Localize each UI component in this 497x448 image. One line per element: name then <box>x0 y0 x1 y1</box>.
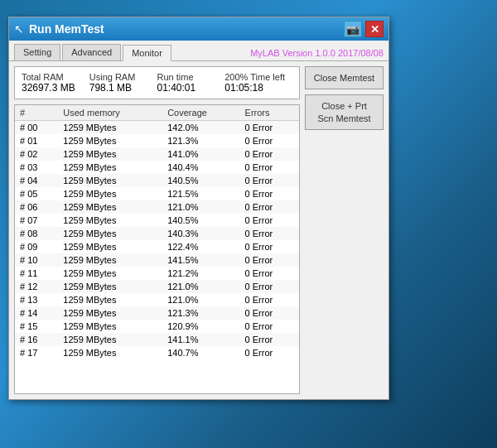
stat-time-left: 200% Time left <box>224 72 292 82</box>
cell-id: # 11 <box>15 267 58 280</box>
cell-id: # 03 <box>15 161 58 174</box>
title-controls: 📷 ✕ <box>344 21 384 37</box>
cell-id: # 05 <box>15 187 58 200</box>
table-row: # 16 1259 MBytes 141.1% 0 Error <box>15 333 299 346</box>
tab-monitor[interactable]: Monitor <box>123 45 171 61</box>
cell-errors: 0 Error <box>240 253 299 267</box>
cell-memory: 1259 MBytes <box>58 227 162 240</box>
tab-setting[interactable]: Setting <box>14 44 60 60</box>
cell-coverage: 122.4% <box>162 240 239 253</box>
cell-coverage: 121.5% <box>162 187 239 200</box>
cell-memory: 1259 MBytes <box>58 333 162 346</box>
cell-errors: 0 Error <box>240 121 299 135</box>
version-text: MyLAB Version 1.0.0 2017/08/08 <box>250 48 384 60</box>
cell-errors: 0 Error <box>240 214 299 227</box>
cell-errors: 0 Error <box>240 280 299 293</box>
cell-id: # 08 <box>15 227 58 240</box>
cell-coverage: 121.3% <box>162 134 239 147</box>
cell-id: # 10 <box>15 253 58 267</box>
stat-using-ram: Using RAM <box>89 72 157 82</box>
col-header-coverage: Coverage <box>162 105 239 121</box>
cell-id: # 00 <box>15 121 58 135</box>
total-ram-value: 32697.3 MB <box>22 82 89 94</box>
cell-coverage: 142.0% <box>162 121 239 135</box>
tab-advanced[interactable]: Advanced <box>62 44 121 60</box>
cell-id: # 13 <box>15 293 58 306</box>
table-row: # 14 1259 MBytes 121.3% 0 Error <box>15 306 299 320</box>
cell-memory: 1259 MBytes <box>58 121 162 135</box>
cell-errors: 0 Error <box>240 161 299 174</box>
table-body: # 00 1259 MBytes 142.0% 0 Error # 01 125… <box>15 121 299 360</box>
cell-id: # 01 <box>15 134 58 147</box>
cell-errors: 0 Error <box>240 187 299 200</box>
content-area: Total RAM Using RAM Run time 200% Time l… <box>9 61 388 399</box>
stat-using-ram-val: 798.1 MB <box>89 82 157 94</box>
table-row: # 03 1259 MBytes 140.4% 0 Error <box>15 161 299 174</box>
cell-errors: 0 Error <box>240 293 299 306</box>
table-row: # 02 1259 MBytes 141.0% 0 Error <box>15 147 299 161</box>
table-row: # 12 1259 MBytes 121.0% 0 Error <box>15 280 299 293</box>
close-prtscn-label: Close + PrtScn Memtest <box>317 101 370 123</box>
table-header: # Used memory Coverage Errors <box>15 105 299 121</box>
cursor-icon: ↖ <box>14 22 24 36</box>
stat-total-ram: Total RAM <box>22 72 89 82</box>
cell-coverage: 121.3% <box>162 306 239 320</box>
window-title: Run MemTest <box>29 22 104 36</box>
cell-memory: 1259 MBytes <box>58 293 162 306</box>
stat-run-time-val: 01:40:01 <box>157 82 225 94</box>
table-scroll[interactable]: # Used memory Coverage Errors # 00 1259 … <box>15 105 299 393</box>
col-header-memory: Used memory <box>58 105 162 121</box>
table-row: # 15 1259 MBytes 120.9% 0 Error <box>15 320 299 333</box>
table-row: # 08 1259 MBytes 140.3% 0 Error <box>15 227 299 240</box>
cell-memory: 1259 MBytes <box>58 134 162 147</box>
close-memtest-button[interactable]: Close Memtest <box>305 66 384 89</box>
camera-button[interactable]: 📷 <box>344 21 362 37</box>
cell-id: # 04 <box>15 174 58 187</box>
col-header-errors: Errors <box>240 105 299 121</box>
cell-coverage: 141.1% <box>162 333 239 346</box>
cell-errors: 0 Error <box>240 227 299 240</box>
time-left-label: 200% Time left <box>224 72 292 82</box>
cell-coverage: 141.0% <box>162 147 239 161</box>
run-time-label: Run time <box>157 72 225 82</box>
cell-id: # 06 <box>15 200 58 214</box>
stats-labels-row: Total RAM Using RAM Run time 200% Time l… <box>22 72 292 82</box>
cell-memory: 1259 MBytes <box>58 267 162 280</box>
cell-id: # 15 <box>15 320 58 333</box>
close-prt-scn-button[interactable]: Close + PrtScn Memtest <box>305 94 384 130</box>
cell-coverage: 140.5% <box>162 214 239 227</box>
cell-id: # 02 <box>15 147 58 161</box>
col-header-id: # <box>15 105 58 121</box>
cell-coverage: 140.7% <box>162 346 239 359</box>
table-row: # 05 1259 MBytes 121.5% 0 Error <box>15 187 299 200</box>
memory-table: # Used memory Coverage Errors # 00 1259 … <box>15 105 299 359</box>
cell-memory: 1259 MBytes <box>58 214 162 227</box>
title-bar: ↖ Run MemTest 📷 ✕ <box>9 17 388 41</box>
side-panel: Close Memtest Close + PrtScn Memtest <box>305 66 384 394</box>
memory-table-container: # Used memory Coverage Errors # 00 1259 … <box>14 104 300 394</box>
stats-box: Total RAM Using RAM Run time 200% Time l… <box>14 66 300 99</box>
cell-id: # 07 <box>15 214 58 227</box>
table-row: # 01 1259 MBytes 121.3% 0 Error <box>15 134 299 147</box>
table-row: # 04 1259 MBytes 140.5% 0 Error <box>15 174 299 187</box>
cell-id: # 16 <box>15 333 58 346</box>
cell-memory: 1259 MBytes <box>58 306 162 320</box>
cell-coverage: 140.4% <box>162 161 239 174</box>
close-icon: ✕ <box>370 23 379 36</box>
cell-memory: 1259 MBytes <box>58 253 162 267</box>
title-bar-left: ↖ Run MemTest <box>14 22 104 36</box>
main-panel: Total RAM Using RAM Run time 200% Time l… <box>14 66 300 394</box>
table-row: # 06 1259 MBytes 121.0% 0 Error <box>15 200 299 214</box>
cell-errors: 0 Error <box>240 333 299 346</box>
cell-coverage: 121.0% <box>162 293 239 306</box>
close-window-button[interactable]: ✕ <box>365 21 384 37</box>
stat-run-time: Run time <box>157 72 225 82</box>
table-row: # 00 1259 MBytes 142.0% 0 Error <box>15 121 299 135</box>
cell-memory: 1259 MBytes <box>58 147 162 161</box>
tabs: Setting Advanced Monitor <box>14 44 171 60</box>
cell-errors: 0 Error <box>240 346 299 359</box>
cell-memory: 1259 MBytes <box>58 200 162 214</box>
stats-values-row: 32697.3 MB 798.1 MB 01:40:01 01:05:18 <box>22 82 292 94</box>
cell-id: # 14 <box>15 306 58 320</box>
cell-memory: 1259 MBytes <box>58 174 162 187</box>
